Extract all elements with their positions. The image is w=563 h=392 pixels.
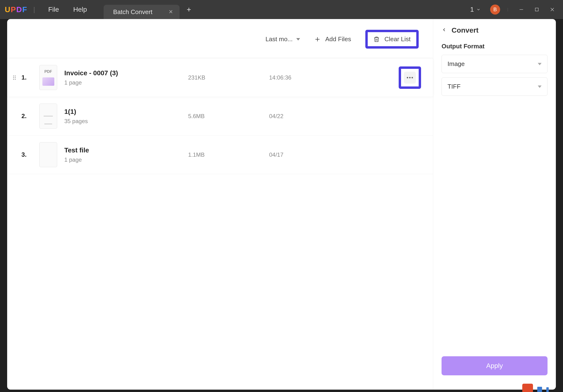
taskbar-icon	[522, 384, 533, 392]
file-date: 14:06:36	[269, 74, 350, 81]
file-list: 1. PDF Invoice - 0007 (3) 1 page 231KB 1…	[7, 58, 433, 382]
tabcount-value: 1	[470, 6, 474, 13]
file-title: Test file	[64, 146, 188, 154]
close-button[interactable]	[546, 4, 558, 15]
new-tab-button[interactable]: +	[187, 5, 191, 14]
file-size: 231KB	[188, 74, 269, 81]
file-size: 5.6MB	[188, 113, 269, 120]
pdf-badge: PDF	[45, 70, 52, 74]
file-pages: 1 page	[64, 79, 188, 86]
file-info: Invoice - 0007 (3) 1 page	[64, 69, 188, 86]
subtype-value: TIFF	[448, 83, 461, 90]
side-panel: Convert Output Format Image TIFF Apply	[433, 19, 556, 390]
output-subtype-select[interactable]: TIFF	[442, 77, 548, 96]
titlebar: UPDF | File Help Batch Convert ✕ + 1 B |	[0, 0, 563, 19]
add-files-button[interactable]: Add Files	[307, 30, 358, 48]
svg-point-8	[411, 77, 413, 78]
more-icon	[407, 77, 413, 78]
app-logo: UPDF	[5, 5, 27, 14]
file-row[interactable]: 3. Test file 1 page 1.1MB 04/17	[7, 136, 433, 174]
drag-handle-icon[interactable]	[13, 76, 18, 80]
caret-down-icon	[538, 86, 542, 88]
svg-point-6	[407, 77, 408, 78]
apply-button[interactable]: Apply	[442, 356, 548, 375]
panel-title: Convert	[451, 26, 478, 34]
chevron-down-icon	[476, 7, 481, 12]
clear-list-label: Clear List	[384, 36, 410, 43]
row-number: 1.	[21, 74, 30, 81]
file-thumbnail	[39, 104, 57, 129]
file-pages: 1 page	[64, 156, 188, 163]
minimize-button[interactable]	[515, 4, 527, 15]
file-title: 1(1)	[64, 108, 188, 115]
panel-section-title: Output Format	[433, 43, 556, 55]
avatar[interactable]: B	[490, 4, 500, 14]
file-title: Invoice - 0007 (3)	[64, 69, 188, 77]
sort-label: Last mo...	[266, 36, 293, 43]
divider: |	[33, 6, 35, 13]
svg-rect-1	[535, 8, 538, 11]
sort-dropdown[interactable]: Last mo...	[266, 36, 300, 43]
divider: |	[507, 7, 508, 12]
maximize-button[interactable]	[531, 4, 543, 15]
taskbar-icon	[537, 387, 542, 392]
file-row[interactable]: 1. PDF Invoice - 0007 (3) 1 page 231KB 1…	[7, 58, 433, 97]
caret-down-icon	[538, 63, 542, 65]
taskbar-icon	[546, 387, 549, 392]
panel-body: Image TIFF	[433, 55, 556, 100]
more-button-highlight	[399, 66, 421, 89]
row-number: 2.	[21, 113, 30, 120]
trash-icon	[373, 36, 380, 42]
file-date: 04/22	[269, 113, 350, 120]
output-format-select[interactable]: Image	[442, 55, 548, 73]
add-files-label: Add Files	[325, 36, 351, 43]
file-size: 1.1MB	[188, 152, 269, 158]
caret-down-icon	[296, 38, 300, 40]
panel-back-button[interactable]	[442, 27, 447, 33]
titlebar-right: 1 B |	[468, 4, 558, 15]
clear-list-button[interactable]: Clear List	[365, 30, 419, 49]
file-date: 04/17	[269, 152, 350, 158]
tab-count-dropdown[interactable]: 1	[468, 4, 483, 14]
toolbar: Last mo... Add Files Clear List	[7, 30, 433, 58]
file-info: Test file 1 page	[64, 146, 188, 163]
panel-header: Convert	[433, 25, 556, 43]
tab-batch-convert[interactable]: Batch Convert ✕	[103, 5, 179, 19]
file-thumbnail	[39, 142, 57, 167]
svg-point-7	[409, 77, 410, 78]
plus-icon	[314, 36, 320, 42]
file-pages: 35 pages	[64, 118, 188, 125]
file-row[interactable]: 2. 1(1) 35 pages 5.6MB 04/22	[7, 97, 433, 136]
menu-file[interactable]: File	[41, 6, 66, 13]
format-value: Image	[448, 60, 465, 68]
row-number: 3.	[21, 151, 30, 158]
main-window: Last mo... Add Files Clear List 1. PD	[7, 19, 556, 390]
file-info: 1(1) 35 pages	[64, 108, 188, 125]
content-area: Last mo... Add Files Clear List 1. PD	[7, 19, 433, 390]
more-button[interactable]	[404, 72, 416, 84]
taskbar-peek	[522, 384, 549, 392]
chevron-left-icon	[442, 27, 447, 32]
tab-title: Batch Convert	[113, 8, 153, 16]
menu-help[interactable]: Help	[66, 6, 94, 13]
file-thumbnail: PDF	[39, 65, 57, 90]
panel-footer: Apply	[433, 356, 556, 384]
tab-close-icon[interactable]: ✕	[167, 7, 175, 17]
